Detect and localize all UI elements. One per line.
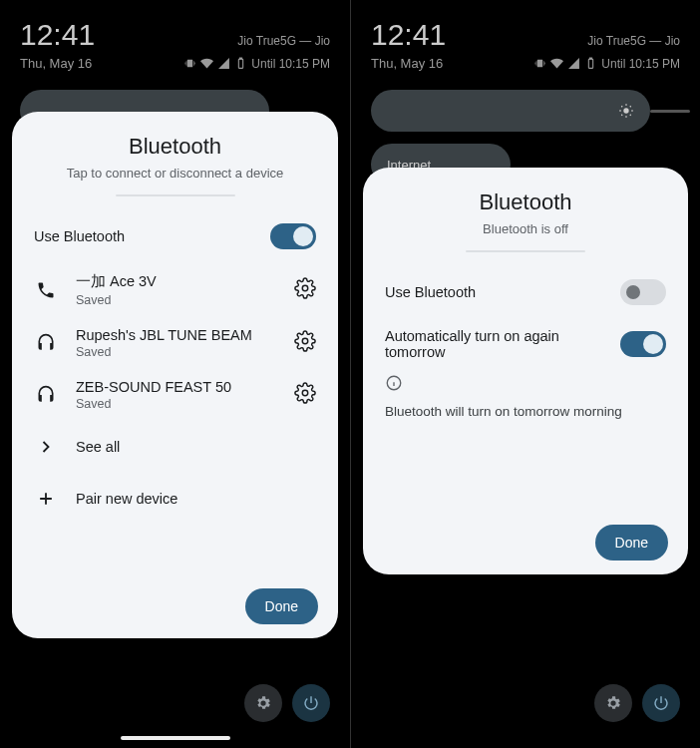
svg-rect-0 xyxy=(239,59,243,68)
done-button[interactable]: Done xyxy=(595,525,668,561)
settings-button[interactable] xyxy=(594,684,632,722)
brightness-slider[interactable] xyxy=(371,90,650,132)
plus-icon xyxy=(34,489,58,509)
vibrate-icon xyxy=(183,57,196,70)
battery-icon xyxy=(234,57,247,70)
status-icons: Until 10:15 PM xyxy=(533,57,680,71)
svg-point-4 xyxy=(302,390,308,396)
device-status: Saved xyxy=(76,345,294,359)
power-button[interactable] xyxy=(292,684,330,722)
power-icon xyxy=(652,694,670,712)
svg-point-3 xyxy=(302,338,308,344)
svg-point-2 xyxy=(302,285,308,291)
svg-rect-5 xyxy=(589,59,593,68)
wifi-icon xyxy=(200,57,213,70)
pair-new-device-row[interactable]: Pair new device xyxy=(12,473,338,525)
separator xyxy=(466,250,585,252)
gear-icon xyxy=(254,694,272,712)
power-button[interactable] xyxy=(642,684,680,722)
svg-rect-6 xyxy=(590,58,592,59)
info-icon-row xyxy=(363,370,688,404)
use-bluetooth-toggle[interactable] xyxy=(620,279,666,305)
auto-on-label: Automatically turn on again tomorrow xyxy=(385,328,584,360)
sheet-subtitle: Tap to connect or disconnect a device xyxy=(12,166,338,181)
alarm-text: Until 10:15 PM xyxy=(601,57,680,71)
use-bluetooth-toggle[interactable] xyxy=(270,223,316,249)
svg-point-7 xyxy=(623,108,628,113)
device-status: Saved xyxy=(76,397,294,411)
see-all-label: See all xyxy=(76,439,316,455)
svg-rect-1 xyxy=(240,58,242,59)
device-name: Rupesh's JBL TUNE BEAM xyxy=(76,327,294,343)
separator xyxy=(116,194,235,196)
done-button[interactable]: Done xyxy=(245,588,318,624)
vibrate-icon xyxy=(533,57,546,70)
settings-button[interactable] xyxy=(244,684,282,722)
battery-icon xyxy=(584,57,597,70)
signal-icon xyxy=(217,57,230,70)
device-status: Saved xyxy=(76,293,294,307)
alarm-text: Until 10:15 PM xyxy=(251,57,330,71)
carrier: Jio True5G — Jio xyxy=(587,34,680,48)
gear-icon xyxy=(604,694,622,712)
device-settings-button[interactable] xyxy=(294,277,316,303)
use-bluetooth-row[interactable]: Use Bluetooth xyxy=(12,210,338,262)
wifi-icon xyxy=(550,57,563,70)
phone-left: 12:41 Jio True5G — Jio Thu, May 16 Until… xyxy=(0,0,350,748)
sheet-title: Bluetooth xyxy=(363,189,688,215)
device-name: 一加 Ace 3V xyxy=(76,272,294,291)
phone-right: 12:41 Jio True5G — Jio Thu, May 16 Until… xyxy=(350,0,700,748)
clock: 12:41 xyxy=(20,18,95,52)
power-icon xyxy=(302,694,320,712)
use-bluetooth-label: Use Bluetooth xyxy=(34,228,270,244)
use-bluetooth-label: Use Bluetooth xyxy=(385,284,620,300)
brightness-icon xyxy=(618,103,634,119)
info-text: Bluetooth will turn on tomorrow morning xyxy=(363,404,688,419)
headphones-icon xyxy=(34,385,58,405)
bluetooth-sheet: Bluetooth Tap to connect or disconnect a… xyxy=(12,112,338,638)
device-name: ZEB-SOUND FEAST 50 xyxy=(76,379,294,395)
date: Thu, May 16 xyxy=(371,56,443,71)
gear-icon xyxy=(294,277,316,299)
sheet-title: Bluetooth xyxy=(12,134,338,160)
status-bar: 12:41 Jio True5G — Jio Thu, May 16 Until… xyxy=(0,0,350,75)
auto-on-row[interactable]: Automatically turn on again tomorrow xyxy=(363,318,688,370)
carrier: Jio True5G — Jio xyxy=(237,34,330,48)
see-all-row[interactable]: See all xyxy=(12,421,338,473)
chevron-right-icon xyxy=(34,437,58,457)
bottom-controls xyxy=(244,684,330,722)
date: Thu, May 16 xyxy=(20,56,92,71)
pair-new-label: Pair new device xyxy=(76,491,316,507)
status-icons: Until 10:15 PM xyxy=(183,57,330,71)
status-bar: 12:41 Jio True5G — Jio Thu, May 16 Until… xyxy=(351,0,700,75)
bottom-controls xyxy=(594,684,680,722)
brightness-track[interactable] xyxy=(650,110,690,113)
device-row[interactable]: 一加 Ace 3V Saved xyxy=(12,262,338,317)
use-bluetooth-row[interactable]: Use Bluetooth xyxy=(363,266,688,318)
gear-icon xyxy=(294,330,316,352)
device-row[interactable]: Rupesh's JBL TUNE BEAM Saved xyxy=(12,317,338,369)
info-icon xyxy=(385,374,403,392)
device-settings-button[interactable] xyxy=(294,382,316,408)
phone-icon xyxy=(34,280,58,300)
gear-icon xyxy=(294,382,316,404)
signal-icon xyxy=(567,57,580,70)
headphones-icon xyxy=(34,333,58,353)
nav-bar[interactable] xyxy=(121,736,230,740)
sheet-subtitle: Bluetooth is off xyxy=(363,221,688,236)
device-row[interactable]: ZEB-SOUND FEAST 50 Saved xyxy=(12,369,338,421)
auto-on-toggle[interactable] xyxy=(620,331,666,357)
device-settings-button[interactable] xyxy=(294,330,316,356)
clock: 12:41 xyxy=(371,18,446,52)
bluetooth-sheet: Bluetooth Bluetooth is off Use Bluetooth… xyxy=(363,168,688,574)
